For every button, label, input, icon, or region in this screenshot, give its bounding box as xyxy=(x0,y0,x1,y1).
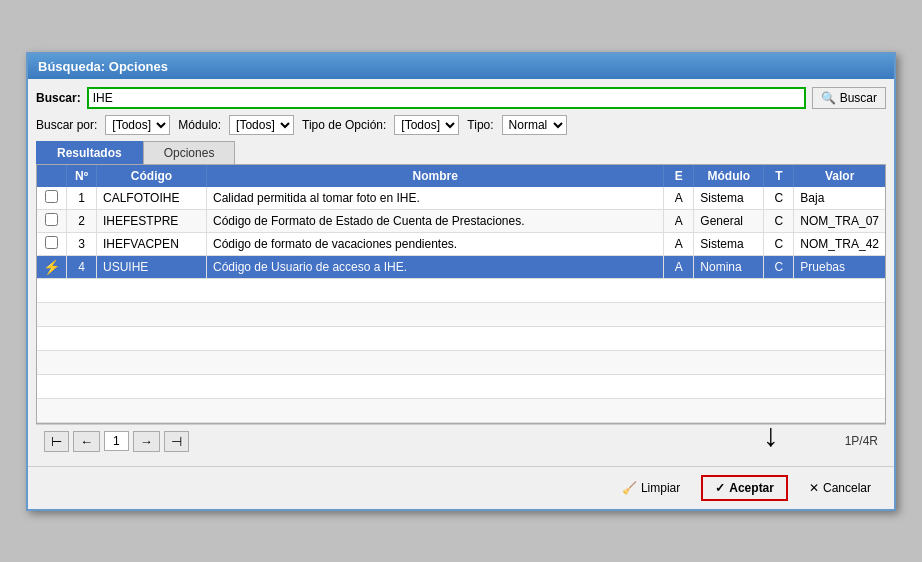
col-header-num: Nº xyxy=(67,165,97,187)
dialog-title: Búsqueda: Opciones xyxy=(28,54,894,79)
check-icon: ✓ xyxy=(715,481,725,495)
row-checkbox[interactable] xyxy=(37,209,67,232)
table-row[interactable]: 3 IHEFVACPEN Código de formato de vacaci… xyxy=(37,232,885,255)
row-num: 1 xyxy=(67,187,97,210)
table-row[interactable]: 1 CALFOTOIHE Calidad permitida al tomar … xyxy=(37,187,885,210)
row-num: 3 xyxy=(67,232,97,255)
pagination-row: ⊢ ← 1 → ⊣ 1P/4R xyxy=(36,424,886,458)
tipo-select[interactable]: Normal xyxy=(502,115,567,135)
row-e: A xyxy=(664,187,694,210)
row-value: Pruebas xyxy=(794,255,885,278)
col-header-check xyxy=(37,165,67,187)
row-e: A xyxy=(664,255,694,278)
row-code: CALFOTOIHE xyxy=(97,187,207,210)
limpiar-icon: 🧹 xyxy=(622,481,637,495)
dialog-body: Buscar: 🔍 Buscar Buscar por: [Todos] Mód… xyxy=(28,79,894,466)
col-header-code: Código xyxy=(97,165,207,187)
current-page: 1 xyxy=(104,431,129,451)
buscar-por-label: Buscar por: xyxy=(36,118,97,132)
search-icon: 🔍 xyxy=(821,91,836,105)
row-t: C xyxy=(764,187,794,210)
row-t: C xyxy=(764,209,794,232)
modulo-label: Módulo: xyxy=(178,118,221,132)
search-dialog: Búsqueda: Opciones Buscar: 🔍 Buscar Busc… xyxy=(26,52,896,511)
row-module: Sistema xyxy=(694,187,764,210)
row-name: Código de formato de vacaciones pendient… xyxy=(207,232,664,255)
tab-resultados[interactable]: Resultados xyxy=(36,141,143,164)
row-code: IHEFESTPRE xyxy=(97,209,207,232)
row-t: C xyxy=(764,255,794,278)
tab-opciones[interactable]: Opciones xyxy=(143,141,236,164)
row-checkbox[interactable] xyxy=(37,187,67,210)
row-value: NOM_TRA_07 xyxy=(794,209,885,232)
row-module: Sistema xyxy=(694,232,764,255)
row-name: Código de Formato de Estado de Cuenta de… xyxy=(207,209,664,232)
aceptar-button[interactable]: ✓ Aceptar xyxy=(701,475,788,501)
buscar-por-select[interactable]: [Todos] xyxy=(105,115,170,135)
cancel-icon: ✕ xyxy=(809,481,819,495)
modulo-select[interactable]: [Todos] xyxy=(229,115,294,135)
tipo-label: Tipo: xyxy=(467,118,493,132)
first-page-button[interactable]: ⊢ xyxy=(44,431,69,452)
row-icon-cell: ⚡ xyxy=(37,255,67,278)
table-row-selected[interactable]: ⚡ 4 USUIHE Código de Usuario de acceso a… xyxy=(37,255,885,278)
col-header-e: E xyxy=(664,165,694,187)
col-header-module: Módulo xyxy=(694,165,764,187)
row-e: A xyxy=(664,209,694,232)
row-value: Baja xyxy=(794,187,885,210)
row-code: USUIHE xyxy=(97,255,207,278)
filter-row: Buscar por: [Todos] Módulo: [Todos] Tipo… xyxy=(36,115,886,135)
selected-row-icon: ⚡ xyxy=(43,259,60,275)
row-code: IHEFVACPEN xyxy=(97,232,207,255)
col-header-t: T xyxy=(764,165,794,187)
limpiar-button[interactable]: 🧹 Limpiar xyxy=(609,476,693,500)
footer-row: 🧹 Limpiar ✓ Aceptar ✕ Cancelar xyxy=(28,466,894,509)
last-page-button[interactable]: ⊣ xyxy=(164,431,189,452)
cancelar-button[interactable]: ✕ Cancelar xyxy=(796,476,884,500)
tipo-opcion-label: Tipo de Opción: xyxy=(302,118,386,132)
tabs-row: Resultados Opciones xyxy=(36,141,886,164)
table-row[interactable]: 2 IHEFESTPRE Código de Formato de Estado… xyxy=(37,209,885,232)
row-module: Nomina xyxy=(694,255,764,278)
search-label: Buscar: xyxy=(36,91,81,105)
row-num: 4 xyxy=(67,255,97,278)
row-t: C xyxy=(764,232,794,255)
row-checkbox[interactable] xyxy=(37,232,67,255)
row-value: NOM_TRA_42 xyxy=(794,232,885,255)
row-name: Código de Usuario de acceso a IHE. xyxy=(207,255,664,278)
col-header-name: Nombre xyxy=(207,165,664,187)
row-num: 2 xyxy=(67,209,97,232)
buscar-button[interactable]: 🔍 Buscar xyxy=(812,87,886,109)
results-table: Nº Código Nombre E Módulo T Valor 1 CALF xyxy=(37,165,885,423)
tipo-opcion-select[interactable]: [Todos] xyxy=(394,115,459,135)
col-header-value: Valor xyxy=(794,165,885,187)
search-input[interactable] xyxy=(87,87,806,109)
page-info: 1P/4R xyxy=(845,434,878,448)
next-page-button[interactable]: → xyxy=(133,431,160,452)
row-e: A xyxy=(664,232,694,255)
prev-page-button[interactable]: ← xyxy=(73,431,100,452)
row-module: General xyxy=(694,209,764,232)
search-row: Buscar: 🔍 Buscar xyxy=(36,87,886,109)
results-table-container: Nº Código Nombre E Módulo T Valor 1 CALF xyxy=(36,164,886,424)
row-name: Calidad permitida al tomar foto en IHE. xyxy=(207,187,664,210)
